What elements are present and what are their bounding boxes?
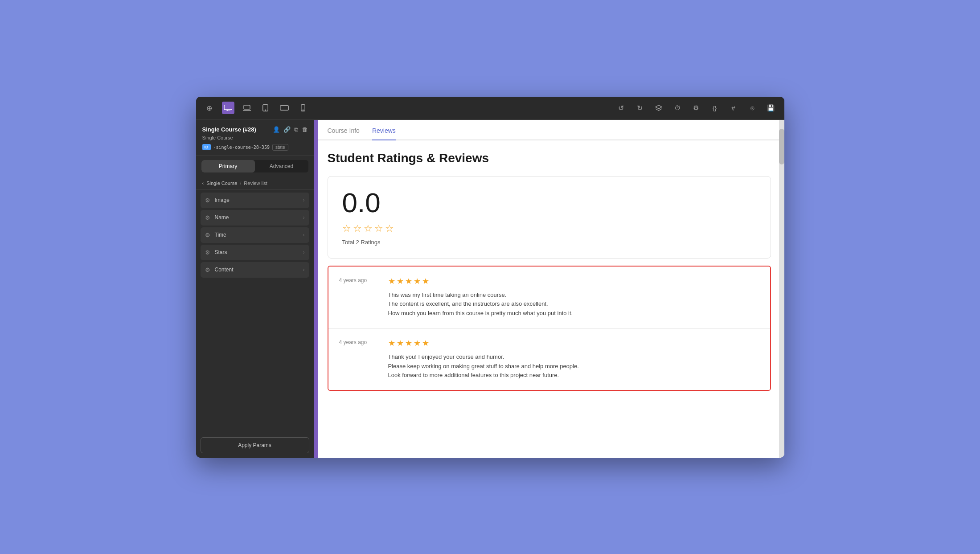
history-icon[interactable]: ⏱ [671, 102, 684, 114]
sidebar-title: Single Course (#28) [202, 126, 256, 133]
breadcrumb: ‹ Single Course / Review list [196, 177, 314, 190]
sidebar-title-icons: 👤 🔗 ⧉ 🗑 [273, 126, 308, 133]
svg-rect-0 [224, 105, 232, 110]
page-title: Student Ratings & Reviews [328, 151, 771, 165]
review-1-stars: ★ ★ ★ ★ ★ [388, 276, 759, 286]
breadcrumb-parent[interactable]: Single Course [206, 181, 237, 186]
main-area: Single Course (#28) 👤 🔗 ⧉ 🗑 Single Cours… [196, 120, 784, 458]
sidebar-item-content-left: ⚙ Content [205, 267, 234, 273]
review-1-text: This was my first time taking an online … [388, 291, 759, 318]
link-icon[interactable]: 🔗 [283, 126, 291, 133]
rating-stars: ☆ ☆ ☆ ☆ ☆ [342, 223, 756, 234]
toolbar-left: ⊕ [203, 102, 610, 114]
sidebar-item-content[interactable]: ⚙ Content › [201, 262, 309, 278]
tablet-icon[interactable] [259, 102, 272, 114]
canvas-area: Course Info Reviews Student Ratings & Re… [314, 120, 784, 458]
breadcrumb-back[interactable]: ‹ [202, 181, 204, 186]
review-item-1: 4 years ago ★ ★ ★ ★ ★ This [328, 267, 770, 328]
laptop-icon[interactable] [241, 102, 253, 114]
review-1-star-4: ★ [414, 276, 421, 286]
grid-icon[interactable]: # [727, 102, 740, 114]
desktop-icon[interactable] [222, 102, 234, 114]
name-chevron: › [303, 214, 305, 221]
state-badge[interactable]: state [272, 144, 288, 151]
mobile-icon[interactable] [297, 102, 309, 114]
time-settings-icon: ⚙ [205, 232, 210, 238]
add-icon[interactable]: ⊕ [203, 102, 216, 114]
review-1-star-2: ★ [397, 276, 404, 286]
widescreen-icon[interactable] [278, 102, 291, 114]
users-icon[interactable]: 👤 [273, 126, 280, 133]
svg-point-5 [265, 110, 266, 111]
content-chevron: › [303, 267, 305, 273]
sidebar-subtitle: Single Course [202, 135, 308, 140]
layers-icon[interactable] [652, 102, 665, 114]
scrollbar[interactable] [779, 120, 784, 458]
page-content: Student Ratings & Reviews 0.0 ☆ ☆ ☆ ☆ ☆ … [314, 140, 784, 402]
sidebar-item-content-label: Content [215, 267, 234, 273]
sidebar-item-image[interactable]: ⚙ Image › [201, 193, 309, 208]
review-2-line-2: Please keep working on making great stuf… [388, 362, 759, 371]
tab-course-info[interactable]: Course Info [328, 127, 360, 140]
review-2-time: 4 years ago [339, 338, 379, 380]
primary-tab[interactable]: Primary [201, 160, 255, 172]
save-icon[interactable]: 💾 [765, 102, 777, 114]
time-chevron: › [303, 232, 305, 238]
review-item-2: 4 years ago ★ ★ ★ ★ ★ Than [328, 328, 770, 390]
image-chevron: › [303, 197, 305, 203]
sidebar-item-stars[interactable]: ⚙ Stars › [201, 245, 309, 260]
toolbar: ⊕ [196, 97, 784, 120]
advanced-tab[interactable]: Advanced [255, 160, 308, 172]
tab-switcher: Primary Advanced [201, 160, 308, 172]
toolbar-right: ↺ ↻ ⏱ ⚙ {} # ⎋ 💾 [615, 102, 777, 114]
sidebar-item-time[interactable]: ⚙ Time › [201, 227, 309, 243]
review-2-star-3: ★ [405, 338, 412, 348]
review-1-star-5: ★ [422, 276, 429, 286]
content-tabs: Course Info Reviews [314, 120, 784, 140]
name-settings-icon: ⚙ [205, 214, 210, 221]
star-1: ☆ [342, 223, 351, 234]
breadcrumb-current: Review list [244, 181, 267, 186]
rating-summary-box: 0.0 ☆ ☆ ☆ ☆ ☆ Total 2 Ratings [328, 176, 771, 259]
svg-point-8 [303, 110, 303, 111]
sidebar-header: Single Course (#28) 👤 🔗 ⧉ 🗑 Single Cours… [196, 120, 314, 156]
delete-icon[interactable]: 🗑 [302, 126, 308, 133]
sidebar-items: ⚙ Image › ⚙ Name › ⚙ Time [196, 190, 314, 433]
image-settings-icon: ⚙ [205, 197, 210, 204]
content-settings-icon: ⚙ [205, 267, 210, 273]
review-1-time: 4 years ago [339, 276, 379, 318]
stars-chevron: › [303, 249, 305, 255]
sidebar-id-row: ID -single-course-28-359 state [202, 144, 308, 151]
copy-icon[interactable]: ⧉ [294, 126, 298, 133]
sidebar-item-name-label: Name [215, 214, 229, 221]
export-icon[interactable]: ⎋ [746, 102, 759, 114]
review-2-stars: ★ ★ ★ ★ ★ [388, 338, 759, 348]
id-badge: ID [202, 144, 211, 150]
tab-reviews[interactable]: Reviews [372, 127, 396, 140]
svg-rect-6 [280, 106, 288, 111]
review-2-star-1: ★ [388, 338, 395, 348]
sidebar-item-name-left: ⚙ Name [205, 214, 229, 221]
apply-params-button[interactable]: Apply Params [201, 437, 309, 453]
review-1-star-3: ★ [405, 276, 412, 286]
review-1-line-3: How much you learn from this course is p… [388, 309, 759, 318]
total-ratings: Total 2 Ratings [342, 239, 756, 246]
star-5: ☆ [385, 223, 394, 234]
left-indicator [314, 120, 318, 458]
svg-rect-3 [244, 105, 250, 109]
review-2-text: Thank you! I enjoyed your course and hum… [388, 353, 759, 380]
id-value: -single-course-28-359 [213, 145, 270, 150]
redo-icon[interactable]: ↻ [634, 102, 646, 114]
review-1-star-1: ★ [388, 276, 395, 286]
sidebar-title-row: Single Course (#28) 👤 🔗 ⧉ 🗑 [202, 126, 308, 133]
sidebar: Single Course (#28) 👤 🔗 ⧉ 🗑 Single Cours… [196, 120, 314, 458]
settings-icon[interactable]: ⚙ [690, 102, 702, 114]
undo-icon[interactable]: ↺ [615, 102, 627, 114]
sidebar-item-name[interactable]: ⚙ Name › [201, 210, 309, 226]
code-icon[interactable]: {} [709, 102, 721, 114]
scrollbar-thumb[interactable] [779, 129, 784, 164]
review-1-line-2: The content is excellent, and the instru… [388, 300, 759, 309]
review-2-line-3: Look forward to more additional features… [388, 371, 759, 380]
review-2-body: ★ ★ ★ ★ ★ Thank you! I enjoyed your cour… [388, 338, 759, 380]
star-3: ☆ [364, 223, 373, 234]
